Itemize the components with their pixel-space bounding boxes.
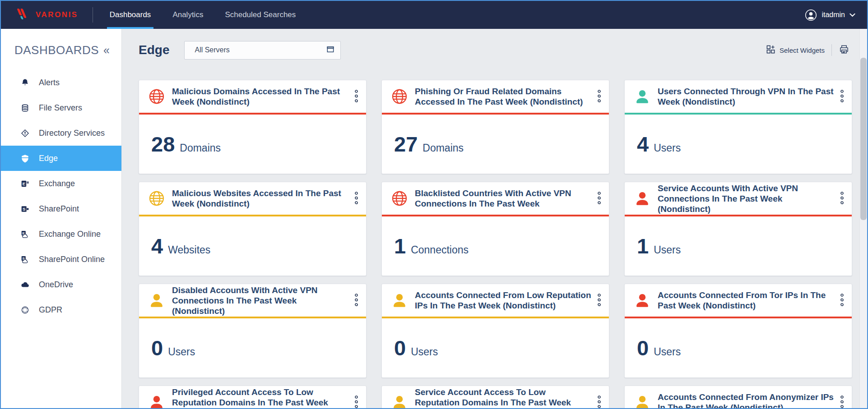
widget-header: Phishing Or Fraud Related Domains Access… bbox=[382, 80, 609, 115]
gdpr-icon bbox=[20, 305, 29, 314]
vertical-scrollbar[interactable] bbox=[859, 29, 867, 408]
sidebar-collapse-button[interactable]: « bbox=[103, 45, 110, 56]
widgets-grid-icon bbox=[766, 45, 775, 55]
widget-card: Service Account Access To Low Reputation… bbox=[381, 386, 609, 408]
kebab-menu-icon bbox=[840, 191, 844, 206]
server-window-icon bbox=[326, 45, 335, 55]
widget-menu-button[interactable] bbox=[350, 188, 362, 208]
widget-body: 0Users bbox=[625, 318, 852, 377]
tab-scheduled-searches[interactable]: Scheduled Searches bbox=[214, 1, 306, 29]
widget-menu-button[interactable] bbox=[836, 188, 848, 208]
sidebar-item-file-servers[interactable]: File Servers bbox=[1, 95, 121, 120]
sidebar-item-exchange-online[interactable]: EExchange Online bbox=[1, 221, 121, 247]
widget-title: Accounts Connected From Low Reputation I… bbox=[415, 290, 593, 311]
nav-tabs: DashboardsAnalyticsScheduled Searches bbox=[99, 1, 307, 29]
widget-body: 4Users bbox=[625, 115, 852, 174]
server-filter-dropdown[interactable]: All Servers bbox=[184, 41, 341, 60]
sidebar-list: AlertsFile ServersDirectory ServicesEdge… bbox=[1, 70, 121, 322]
widget-header: Disabled Accounts With Active VPN Connec… bbox=[139, 284, 366, 318]
widget-value: 4 bbox=[151, 234, 163, 258]
widget-menu-button[interactable] bbox=[593, 87, 605, 106]
sidebar-item-label: Edge bbox=[39, 154, 58, 163]
widget-unit: Users bbox=[654, 244, 681, 256]
widget-value: 0 bbox=[637, 335, 649, 360]
kebab-menu-icon bbox=[354, 89, 358, 104]
sidebar-item-edge[interactable]: Edge bbox=[1, 146, 121, 171]
select-widgets-button[interactable]: Select Widgets bbox=[766, 45, 825, 55]
widget-body: 1Connections bbox=[382, 216, 609, 276]
widget-header: Privileged Account Access To Low Reputat… bbox=[139, 386, 366, 408]
kebab-menu-icon bbox=[840, 293, 844, 308]
widget-menu-button[interactable] bbox=[593, 290, 605, 310]
widget-menu-button[interactable] bbox=[593, 392, 605, 408]
widget-card: Accounts Connected From Low Reputation I… bbox=[381, 284, 609, 378]
scrollbar-thumb[interactable] bbox=[860, 58, 867, 220]
widget-stat: 1Connections bbox=[394, 234, 469, 258]
sidebar-item-label: File Servers bbox=[39, 103, 82, 113]
svg-text:S: S bbox=[23, 207, 25, 211]
widget-menu-button[interactable] bbox=[593, 188, 605, 208]
sidebar-item-label: SharePoint bbox=[39, 204, 79, 214]
widget-menu-button[interactable] bbox=[836, 87, 848, 106]
sidebar-item-alerts[interactable]: Alerts bbox=[1, 70, 121, 95]
widget-body: 1Users bbox=[625, 216, 852, 276]
widget-unit: Users bbox=[411, 346, 438, 358]
widget-stat: 28Domains bbox=[151, 132, 221, 156]
widget-card: Phishing Or Fraud Related Domains Access… bbox=[381, 80, 609, 174]
file-servers-icon bbox=[20, 103, 29, 112]
user-menu[interactable]: itadmin bbox=[805, 1, 867, 29]
sidebar-item-directory-services[interactable]: Directory Services bbox=[1, 120, 121, 146]
exchange-icon: E bbox=[20, 179, 29, 188]
widget-value: 0 bbox=[394, 335, 406, 360]
tab-analytics[interactable]: Analytics bbox=[162, 1, 214, 29]
widget-title: Service Accounts With Active VPN Connect… bbox=[658, 183, 836, 214]
page-title: Edge bbox=[139, 43, 169, 57]
exchange-online-icon: E bbox=[20, 230, 29, 239]
dashboards-sidebar: DASHBOARDS « AlertsFile ServersDirectory… bbox=[1, 29, 122, 408]
widget-header: Users Connected Through VPN In The Past … bbox=[625, 80, 852, 115]
widget-title: Disabled Accounts With Active VPN Connec… bbox=[172, 285, 350, 316]
widget-stat: 0Users bbox=[394, 335, 438, 360]
user-icon bbox=[148, 292, 165, 309]
chevron-down-icon bbox=[849, 13, 855, 17]
widget-menu-button[interactable] bbox=[836, 392, 848, 408]
bell-icon bbox=[20, 78, 29, 87]
widget-header: Accounts Connected From Tor IPs In The P… bbox=[625, 284, 852, 318]
widget-menu-button[interactable] bbox=[350, 87, 362, 106]
sidebar-item-exchange[interactable]: EExchange bbox=[1, 171, 121, 196]
brand-name: VARONIS bbox=[36, 10, 78, 19]
widget-card: Service Accounts With Active VPN Connect… bbox=[624, 182, 852, 276]
widget-menu-button[interactable] bbox=[836, 290, 848, 310]
sidebar-item-label: GDPR bbox=[39, 305, 62, 315]
kebab-menu-icon bbox=[597, 293, 601, 308]
user-name: itadmin bbox=[822, 11, 845, 19]
sidebar-item-sharepoint-online[interactable]: SSharePoint Online bbox=[1, 247, 121, 272]
top-navbar: VARONIS DashboardsAnalyticsScheduled Sea… bbox=[1, 1, 867, 29]
tab-dashboards[interactable]: Dashboards bbox=[99, 1, 162, 29]
sidebar-title: DASHBOARDS bbox=[14, 43, 99, 57]
widget-value: 27 bbox=[394, 132, 418, 156]
widget-menu-button[interactable] bbox=[350, 392, 362, 408]
sidebar-item-gdpr[interactable]: GDPR bbox=[1, 297, 121, 322]
widget-menu-button[interactable] bbox=[350, 290, 362, 310]
sidebar-item-label: Exchange bbox=[39, 179, 75, 188]
varonis-logo-icon bbox=[17, 8, 31, 22]
widget-unit: Websites bbox=[168, 244, 210, 256]
widget-unit: Connections bbox=[411, 244, 469, 256]
widget-card: Malicious Websites Accessed In The Past … bbox=[139, 182, 367, 276]
select-widgets-label: Select Widgets bbox=[780, 46, 825, 54]
user-icon bbox=[391, 292, 408, 309]
print-button[interactable] bbox=[839, 44, 849, 56]
kebab-menu-icon bbox=[354, 395, 358, 409]
kebab-menu-icon bbox=[840, 395, 844, 409]
sidebar-item-sharepoint[interactable]: SSharePoint bbox=[1, 196, 121, 221]
widget-grid: Malicious Domains Accessed In The Past W… bbox=[139, 80, 859, 408]
printer-icon bbox=[839, 44, 849, 56]
user-icon bbox=[148, 394, 165, 408]
widget-card: Users Connected Through VPN In The Past … bbox=[624, 80, 852, 174]
sidebar-item-onedrive[interactable]: OneDrive bbox=[1, 272, 121, 297]
widget-header: Service Accounts With Active VPN Connect… bbox=[625, 182, 852, 216]
widget-unit: Domains bbox=[180, 142, 221, 154]
widget-title: Accounts Connected From Anonymizer IPs I… bbox=[658, 392, 836, 408]
kebab-menu-icon bbox=[354, 191, 358, 206]
